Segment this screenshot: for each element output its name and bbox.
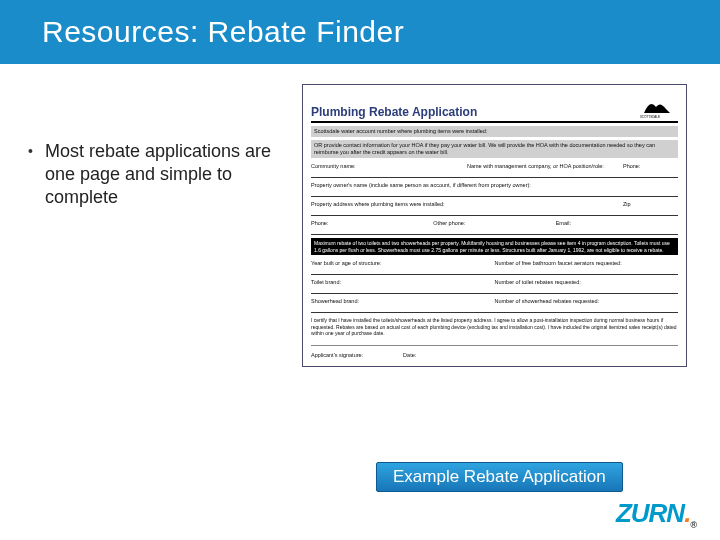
certification-text: I certify that I have installed the toil… [311,315,678,339]
field-row-owner: Property owner's name (include same pers… [311,180,678,197]
caption-label: Example Rebate Application [376,462,623,492]
field-shower-count: Number of showerhead rebates requested: [495,298,679,304]
field-signature: Applicant's signature: [311,352,363,358]
form-document: Plumbing Rebate Application SCOTTSDALE S… [302,84,687,367]
svg-text:SCOTTSDALE: SCOTTSDALE [640,115,660,119]
content-area: • Most rebate applications are one page … [0,64,720,367]
field-shower-brand: Showerhead brand: [311,298,495,304]
field-zip: Zip [623,201,678,207]
black-band: Maximum rebate of two toilets and two sh… [311,238,678,255]
field-hoa-phone: Phone: [623,163,678,169]
field-toilet-brand: Toilet brand: [311,279,495,285]
left-column: • Most rebate applications are one page … [28,84,288,367]
page-title: Resources: Rebate Finder [42,15,404,49]
bullet-text: Most rebate applications are one page an… [45,140,288,209]
field-row-community: Community name: Name with management com… [311,161,678,178]
zurn-logo-icon: ZURN.® [616,498,696,530]
right-column: Plumbing Rebate Application SCOTTSDALE S… [302,84,702,367]
bullet-dot-icon: • [28,140,33,209]
field-toilet-count: Number of toilet rebates requested: [495,279,679,285]
field-row-address: Property address where plumbing items we… [311,199,678,216]
registered-icon: ® [690,520,696,530]
field-year: Year built or age of structure: [311,260,495,266]
city-logo-icon: SCOTTSDALE [636,91,678,119]
title-bar: Resources: Rebate Finder [0,0,720,64]
field-owner: Property owner's name (include same pers… [311,182,678,188]
bullet-item: • Most rebate applications are one page … [28,140,288,209]
gray-band-2: OR provide contact information for your … [311,140,678,158]
field-phone: Phone: [311,220,433,226]
signature-row: Applicant's signature: Date: [311,345,678,360]
field-row-contact: Phone: Other phone: Email: [311,218,678,235]
field-date: Date: [403,352,416,358]
field-row-year: Year built or age of structure: Number o… [311,258,678,275]
field-community: Community name: [311,163,467,169]
field-other-phone: Other phone: [433,220,555,226]
field-aerators: Number of free bathroom faucet aerators … [495,260,679,266]
field-hoa-name: Name with management company, or HOA pos… [467,163,623,169]
gray-band-1: Scottsdale water account number where pl… [311,126,678,137]
field-email: Email: [556,220,678,226]
field-address: Property address where plumbing items we… [311,201,623,207]
field-row-shower: Showerhead brand: Number of showerhead r… [311,296,678,313]
form-title: Plumbing Rebate Application [311,105,477,119]
form-header: Plumbing Rebate Application SCOTTSDALE [311,91,678,123]
field-row-toilet: Toilet brand: Number of toilet rebates r… [311,277,678,294]
brand-text: ZURN [616,498,684,528]
